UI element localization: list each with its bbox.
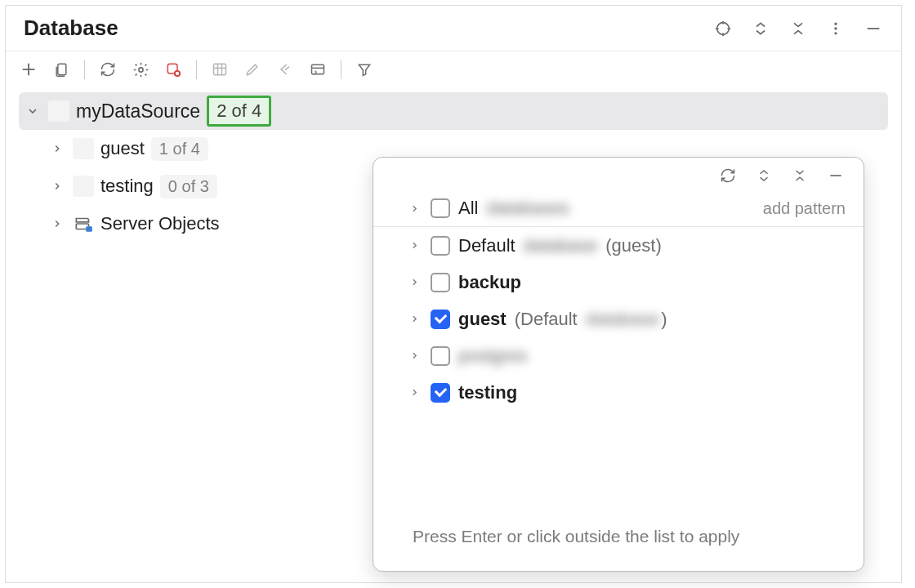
- tree-count-badge[interactable]: 0 of 3: [160, 175, 217, 198]
- add-icon[interactable]: [19, 60, 38, 79]
- popup-label: guest: [458, 309, 507, 330]
- popup-row[interactable]: guest (Default database ): [373, 301, 864, 337]
- tree-item-label: Server Objects: [100, 213, 220, 234]
- tree-item-label: guest: [100, 138, 145, 159]
- minimize-icon[interactable]: [864, 19, 883, 38]
- popup-label: testing: [458, 382, 517, 403]
- popup-label-blur: database: [524, 235, 598, 256]
- datasource-icon: [48, 100, 69, 122]
- refresh-icon[interactable]: [718, 166, 738, 185]
- popup-label: Default: [458, 235, 516, 256]
- copy-icon[interactable]: [51, 60, 71, 79]
- checkbox-checked[interactable]: [431, 310, 450, 329]
- popup-label-blur: databases: [486, 198, 569, 219]
- toolbar-separator: [84, 60, 85, 79]
- collapse-all-icon[interactable]: [788, 19, 808, 38]
- tree-item-label: testing: [100, 176, 154, 197]
- console-icon[interactable]: [308, 60, 328, 79]
- svg-rect-20: [312, 65, 324, 74]
- expand-collapse-icon[interactable]: [751, 19, 770, 38]
- panel-title: Database: [24, 16, 713, 41]
- minimize-icon[interactable]: [826, 166, 846, 185]
- database-icon: [73, 176, 94, 197]
- toolbar-separator: [196, 60, 197, 79]
- chevron-right-icon[interactable]: [48, 177, 66, 195]
- gear-icon[interactable]: [131, 60, 150, 79]
- server-objects-icon: [73, 213, 94, 234]
- popup-suffix: ): [661, 309, 667, 330]
- popup-label-blur: postgres: [458, 345, 527, 367]
- svg-point-12: [138, 67, 142, 71]
- add-pattern-link[interactable]: add pattern: [763, 199, 846, 218]
- jump-icon[interactable]: [275, 60, 295, 79]
- popup-row[interactable]: Default database (guest): [373, 227, 864, 264]
- datasource-count-badge[interactable]: 2 of 4: [207, 96, 271, 127]
- schema-selector-popup: All databases add pattern Default databa…: [373, 157, 864, 572]
- checkbox[interactable]: [431, 273, 450, 292]
- chevron-right-icon[interactable]: [48, 215, 66, 233]
- chevron-right-icon[interactable]: [406, 311, 422, 327]
- chevron-right-icon[interactable]: [406, 200, 422, 216]
- collapse-all-icon[interactable]: [790, 166, 810, 185]
- popup-label: All: [458, 198, 478, 219]
- svg-rect-16: [214, 64, 226, 74]
- svg-point-0: [717, 22, 730, 34]
- chevron-right-icon[interactable]: [406, 385, 422, 401]
- popup-row[interactable]: postgres: [373, 337, 864, 374]
- popup-row[interactable]: backup: [373, 264, 864, 301]
- popup-row-all[interactable]: All databases add pattern: [373, 190, 864, 227]
- popup-label: backup: [458, 272, 521, 293]
- more-icon[interactable]: [826, 19, 846, 38]
- tree-datasource-row[interactable]: myDataSource 2 of 4: [19, 92, 888, 130]
- target-icon[interactable]: [713, 19, 733, 38]
- popup-suffix: (Default: [515, 309, 578, 330]
- table-icon[interactable]: [210, 60, 230, 79]
- chevron-right-icon[interactable]: [406, 274, 422, 291]
- checkbox[interactable]: [431, 236, 450, 256]
- svg-rect-11: [58, 64, 66, 74]
- tree-count-badge[interactable]: 1 of 4: [151, 137, 208, 161]
- stop-icon[interactable]: [163, 60, 183, 79]
- refresh-icon[interactable]: [98, 60, 118, 79]
- filter-icon[interactable]: [355, 60, 374, 79]
- svg-point-6: [834, 27, 837, 29]
- toolbar-separator: [341, 60, 341, 79]
- expand-collapse-icon[interactable]: [754, 166, 774, 185]
- svg-point-7: [834, 32, 837, 34]
- datasource-label: myDataSource: [76, 100, 200, 122]
- chevron-right-icon[interactable]: [406, 348, 422, 364]
- svg-rect-23: [86, 226, 92, 232]
- chevron-right-icon[interactable]: [48, 140, 66, 158]
- checkbox[interactable]: [431, 198, 450, 218]
- popup-row[interactable]: testing: [373, 374, 864, 411]
- checkbox-checked[interactable]: [431, 383, 450, 403]
- database-icon: [73, 138, 94, 159]
- chevron-down-icon[interactable]: [24, 102, 42, 120]
- chevron-right-icon[interactable]: [406, 238, 422, 254]
- edit-icon[interactable]: [243, 60, 262, 79]
- checkbox[interactable]: [431, 346, 450, 366]
- svg-point-5: [834, 22, 837, 24]
- popup-label-blur: database: [586, 309, 660, 330]
- popup-hint: Press Enter or click outside the list to…: [373, 514, 864, 571]
- popup-suffix: (guest): [605, 235, 661, 256]
